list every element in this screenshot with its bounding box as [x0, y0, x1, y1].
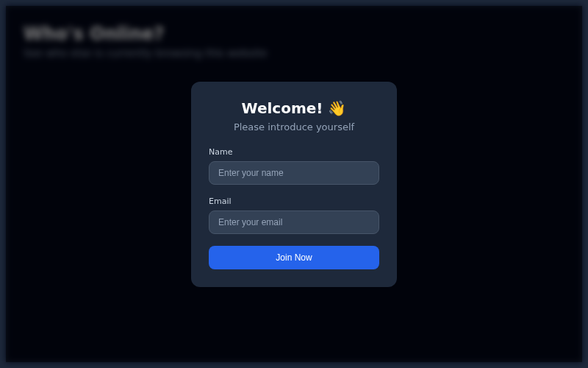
- modal-overlay: Welcome! 👋 Please introduce yourself Nam…: [6, 6, 582, 362]
- email-input[interactable]: [209, 210, 379, 234]
- name-field-group: Name: [209, 147, 379, 185]
- name-label: Name: [209, 147, 379, 157]
- modal-header: Welcome! 👋 Please introduce yourself: [209, 99, 379, 132]
- email-field-group: Email: [209, 197, 379, 234]
- modal-title: Welcome! 👋: [209, 99, 379, 117]
- modal-subtitle: Please introduce yourself: [209, 121, 379, 132]
- name-input[interactable]: [209, 161, 379, 185]
- email-label: Email: [209, 197, 379, 206]
- join-now-button[interactable]: Join Now: [209, 246, 379, 269]
- welcome-modal: Welcome! 👋 Please introduce yourself Nam…: [191, 82, 397, 287]
- intro-form: Name Email Join Now: [209, 147, 379, 269]
